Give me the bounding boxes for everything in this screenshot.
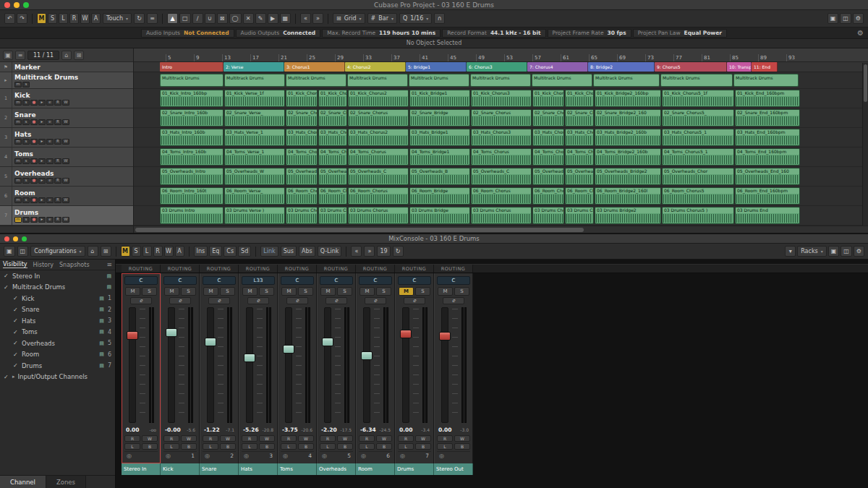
- audio-clip[interactable]: 03 Drums Chorus: [471, 207, 532, 224]
- mute-button[interactable]: M: [399, 287, 414, 296]
- bypass-button[interactable]: B: [142, 443, 158, 450]
- status-item-record-format[interactable]: Record Format44.1 kHz - 16 bit: [442, 29, 545, 38]
- read-button[interactable]: R: [54, 158, 61, 164]
- fader-cap[interactable]: [400, 330, 412, 338]
- track-list-item-multitrack-drums[interactable]: ▸ Multitrack Drums m s: [0, 72, 133, 89]
- audio-clip[interactable]: 04_Toms_Choru: [318, 148, 347, 166]
- channel-fader[interactable]: [398, 307, 431, 423]
- monitor-icon[interactable]: ▸: [38, 100, 46, 106]
- audio-clip[interactable]: 03 Drums Chor: [318, 207, 347, 224]
- audio-clip[interactable]: 01_Kick_Intro_160bp: [160, 90, 224, 107]
- edit-channel-button[interactable]: e: [443, 297, 464, 304]
- minimize-button[interactable]: [14, 2, 20, 8]
- audio-clip[interactable]: 03 Drums Chorus: [348, 207, 409, 224]
- routing-rack-label[interactable]: ROUTING: [122, 265, 161, 273]
- read-button[interactable]: R: [203, 435, 218, 442]
- routing-rack-label[interactable]: ROUTING: [200, 265, 239, 273]
- status-item-max-record-time[interactable]: Max. Record Time119 hours 10 mins: [322, 29, 441, 38]
- audio-clip[interactable]: 05_Overheads_Bridge2: [595, 168, 661, 185]
- automation-w-button[interactable]: W: [164, 246, 174, 257]
- marker-section-7-chorus4[interactable]: 7: Chorus4: [527, 62, 588, 72]
- audio-clip[interactable]: 01_Kick_Bridge2_160bp: [595, 90, 661, 107]
- automation-r-button[interactable]: R: [69, 13, 79, 24]
- write-button[interactable]: W: [62, 178, 69, 184]
- marker-section-4-chorus2[interactable]: 4: Chorus2: [345, 62, 406, 72]
- audio-clip[interactable]: 03_Hats_Bridge1: [409, 129, 470, 146]
- solo-button[interactable]: S: [337, 287, 352, 296]
- audio-clip[interactable]: 03 Drums Bridge: [409, 207, 470, 224]
- solo-button[interactable]: s: [22, 217, 30, 223]
- channel-fader[interactable]: [124, 307, 158, 423]
- read-button[interactable]: R: [242, 435, 258, 442]
- qlink-button[interactable]: Q-Link: [318, 246, 342, 257]
- bypass-button[interactable]: B: [376, 443, 392, 450]
- scroll-left-icon[interactable]: «: [351, 246, 362, 257]
- bypass-button[interactable]: B: [454, 443, 470, 450]
- edit-channel-button[interactable]: e: [46, 178, 54, 184]
- audio-clip[interactable]: 03_Hats_Verse_1: [224, 129, 285, 146]
- visibility-item-multitrack-drums[interactable]: ✓Multitrack Drums▤: [0, 282, 115, 294]
- track-list-item-toms[interactable]: 4Tomsms●▸eRW: [0, 147, 133, 167]
- solo-button[interactable]: s: [22, 178, 30, 184]
- channel-name-kick[interactable]: Kick: [161, 463, 200, 475]
- audio-clip[interactable]: 04_Toms_Bridge2_160b: [595, 148, 661, 166]
- read-button[interactable]: R: [54, 178, 61, 184]
- audio-clip[interactable]: 02_Snare_End_160bpm: [735, 109, 800, 127]
- mute-button[interactable]: M: [203, 287, 218, 296]
- listen-button[interactable]: L: [359, 443, 375, 450]
- grid-view-icon[interactable]: ⊞: [101, 246, 111, 257]
- visibility-item-input-output-channels[interactable]: ✓▸Input/Output Channels: [0, 372, 115, 383]
- audio-clip[interactable]: 06_Room_Choru: [318, 187, 347, 205]
- write-button[interactable]: W: [62, 139, 69, 145]
- mute-button[interactable]: M: [281, 287, 297, 296]
- read-button[interactable]: R: [54, 197, 61, 203]
- monitor-icon[interactable]: ▸: [38, 139, 46, 145]
- fader-cap[interactable]: [283, 345, 294, 354]
- folder-part[interactable]: Multitrack Drums: [409, 74, 469, 87]
- track-list-item-snare[interactable]: 2Snarems●▸eRW: [0, 108, 133, 128]
- automation-r-button[interactable]: R: [153, 246, 163, 257]
- folder-part[interactable]: Multitrack Drums: [660, 74, 733, 87]
- edit-channel-button[interactable]: e: [365, 297, 386, 304]
- status-item-project-frame-rate[interactable]: Project Frame Rate30 fps: [548, 29, 631, 38]
- routing-rack-label[interactable]: ROUTING: [395, 265, 434, 273]
- audio-clip[interactable]: 06_Room_Verse_: [224, 187, 285, 205]
- automation-a-button[interactable]: A: [91, 13, 101, 24]
- folder-part[interactable]: Multitrack Drums: [286, 74, 346, 87]
- panel-menu-icon[interactable]: ≡: [106, 261, 112, 268]
- visibility-item-stereo-in[interactable]: ✓Stereo In▤: [0, 270, 115, 282]
- track-list-item-overheads[interactable]: 5Overheadsms●▸eRW: [0, 167, 133, 187]
- write-button[interactable]: W: [298, 435, 314, 442]
- tab-zones[interactable]: Zones: [46, 476, 86, 488]
- visibility-item-snare[interactable]: ✓Snare▤2: [0, 304, 115, 316]
- solo-button[interactable]: s: [22, 139, 30, 145]
- edit-channel-button[interactable]: e: [46, 119, 54, 125]
- mute-button[interactable]: m: [14, 197, 22, 203]
- audio-clip[interactable]: 06_Room_Intro_160t: [160, 187, 224, 205]
- minimize-button[interactable]: [13, 236, 18, 241]
- visibility-item-room[interactable]: ✓Room▤6: [0, 349, 115, 361]
- track-list-item-drums[interactable]: 7Drumsms●▸eRW: [0, 206, 133, 226]
- audio-clip[interactable]: 04_Toms_Chorus5_1: [662, 148, 734, 166]
- fader-track[interactable]: [168, 307, 175, 423]
- visibility-item-drums[interactable]: ✓Drums▤7: [0, 360, 115, 372]
- racks-dropdown[interactable]: Racks ▾: [797, 246, 827, 257]
- nudge-left-icon[interactable]: «: [300, 13, 311, 24]
- write-button[interactable]: W: [376, 435, 392, 442]
- home-icon[interactable]: ⌂: [61, 51, 72, 60]
- solo-button[interactable]: S: [220, 287, 235, 296]
- visibility-item-overheads[interactable]: ✓Overheads▤5: [0, 338, 115, 349]
- fader-track[interactable]: [285, 307, 292, 423]
- listen-button[interactable]: L: [203, 443, 218, 450]
- audio-clip[interactable]: 01_Kick_Bridge1: [409, 90, 470, 107]
- cs-rack-button[interactable]: Cs: [224, 246, 237, 257]
- bypass-button[interactable]: B: [220, 443, 236, 450]
- marker-section-6-chorus3[interactable]: 6: Chorus3: [467, 62, 527, 72]
- audio-clip[interactable]: 03 Drums Chorus: [286, 207, 318, 224]
- pane-layout-icon[interactable]: ◫: [841, 246, 852, 257]
- link-button[interactable]: Link: [260, 246, 278, 257]
- glue-tool-icon[interactable]: ∪: [205, 13, 216, 24]
- marker-section-2-verse[interactable]: 2: Verse: [224, 62, 284, 72]
- audio-clip[interactable]: 01_Kick_Chorus2: [348, 90, 409, 107]
- audio-clip[interactable]: 01_Kick_Chorus: [532, 90, 564, 107]
